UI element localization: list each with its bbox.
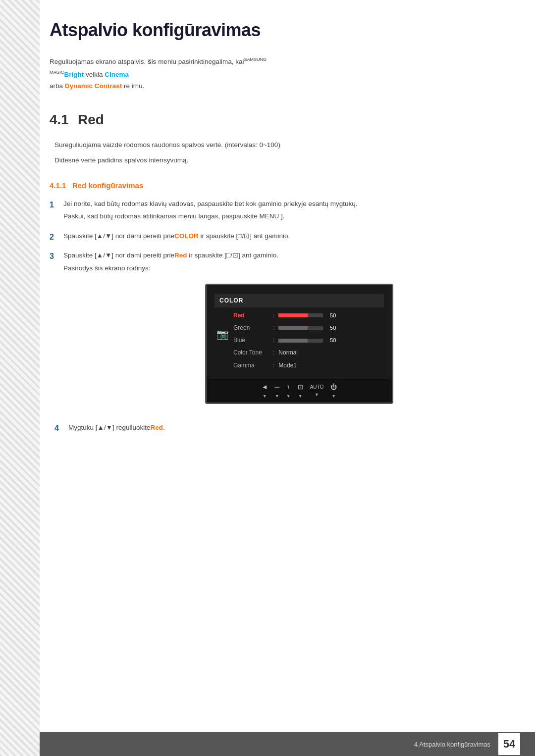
bottom-btn-label-auto: ▼: [315, 391, 319, 398]
intro-text4: re imu.: [122, 82, 144, 90]
section-heading: 4.1 Red: [50, 112, 505, 128]
menu-item-green: Green : 50: [228, 322, 384, 334]
bottom-btn-label-3: ▼: [286, 393, 291, 400]
step-4: 4 Mygtuku [▲/▼] reguliuokiteRed.: [50, 424, 505, 433]
gamma-colon: :: [273, 361, 274, 370]
section-body2: Didesnė vertė padidins spalvos intensyvu…: [54, 155, 505, 166]
intro-text: Reguliuojamas ekrano atspalvis. šis meni…: [50, 54, 505, 92]
step-3-number: 3: [50, 250, 57, 263]
blue-colon: :: [273, 336, 274, 345]
section-title: Red: [78, 112, 104, 128]
menu-item-blue: Blue : 50: [228, 334, 384, 347]
red-bar-container: 50: [278, 311, 336, 320]
section-number: 4.1: [50, 112, 69, 128]
bottom-btn-icon-1: ◄: [262, 382, 268, 393]
subsection-heading: 4.1.1 Red konfigūravimas: [50, 181, 505, 190]
step-2: 2 Spauskite [▲/▼] nor dami pereiti prieC…: [50, 231, 505, 244]
samsung-magic-label: SAMSUNG: [244, 57, 267, 62]
left-stripe: [0, 0, 40, 756]
step-1-text2: Paskui, kad būtų rodomas atitinkamas men…: [63, 211, 505, 222]
step-3-red: Red: [174, 252, 187, 259]
blue-bar-value: 50: [326, 336, 336, 345]
blue-bar-track: [278, 339, 323, 343]
bottom-btn-icon-2: ─: [275, 382, 279, 393]
bottom-btn-label-4: ▼: [298, 393, 303, 400]
bottom-btn-icon-power: ⏻: [330, 382, 337, 393]
bright-label: Bright: [64, 71, 84, 78]
footer-page-box: 54: [498, 733, 520, 755]
bottom-btn-label-power: ▼: [331, 393, 336, 400]
green-colon: :: [273, 323, 274, 333]
step-1-number: 1: [50, 199, 57, 211]
page-footer: 4 Atspalvio konfigūravimas 54: [0, 732, 535, 756]
monitor-menu: COLOR 📷 Red :: [207, 290, 392, 379]
menu-item-gamma: Gamma : Mode1: [228, 359, 384, 372]
page-wrapper: Atspalvio konfigūravimas Reguliuojamas e…: [0, 0, 535, 756]
footer-text: 4 Atspalvio konfigūravimas: [414, 741, 490, 748]
screen-container: COLOR 📷 Red :: [93, 284, 505, 404]
bottom-btn-2: ─ ▼: [275, 382, 279, 400]
color-tone-value: Normal: [278, 348, 298, 357]
footer-page-number: 54: [503, 738, 515, 751]
menu-title-bar: COLOR: [214, 294, 384, 307]
bottom-btn-icon-4: ⊡: [298, 382, 303, 393]
step-2-number: 2: [50, 231, 57, 244]
monitor-bottom-bar: ◄ ▼ ─ ▼ + ▼: [207, 379, 392, 403]
gamma-value: Mode1: [278, 361, 297, 370]
step-4-text: Mygtuku [▲/▼] reguliuokiteRed.: [68, 424, 505, 431]
red-colon: :: [273, 311, 274, 320]
bottom-btn-4: ⊡ ▼: [298, 382, 303, 400]
bottom-btn-label-1: ▼: [263, 393, 267, 400]
magic-label: MAGIC: [50, 70, 64, 75]
subsection: 4.1.1 Red konfigūravimas 1 Jei norite, k…: [50, 181, 505, 433]
page-title: Atspalvio konfigūravimas: [50, 20, 505, 41]
bottom-btn-3: + ▼: [286, 382, 291, 400]
step-4-red: Red: [151, 424, 163, 431]
menu-item-color-tone: Color Tone : Normal: [228, 347, 384, 359]
green-bar-value: 50: [326, 324, 336, 333]
red-label: Red: [233, 311, 273, 320]
bottom-btn-icon-auto: AUTO: [310, 383, 324, 391]
red-bar-fill: [278, 313, 308, 317]
gamma-label: Gamma: [233, 361, 273, 370]
step-2-text: Spauskite [▲/▼] nor dami pereiti prieCOL…: [63, 231, 505, 242]
step-2-content: Spauskite [▲/▼] nor dami pereiti prieCOL…: [63, 231, 505, 244]
section-body: Sureguliuojama vaizde rodomos raudonos s…: [50, 140, 505, 166]
step-4-number: 4: [54, 424, 62, 433]
bottom-btn-icon-3: +: [286, 382, 290, 393]
section-body1: Sureguliuojama vaizde rodomos raudonos s…: [54, 140, 505, 151]
step-2-color: COLOR: [174, 232, 199, 240]
green-bar-fill: [278, 326, 308, 330]
subsection-title: Red konfigūravimas: [72, 181, 143, 190]
step-4-content: Mygtuku [▲/▼] reguliuokiteRed.: [68, 424, 505, 433]
bottom-btn-auto: AUTO ▼: [310, 383, 324, 398]
blue-bar-fill: [278, 339, 308, 343]
step-3-subtext: Pasirodys šis ekrano rodinys:: [63, 263, 505, 274]
step-3-text: Spauskite [▲/▼] nor dami pereiti prieRed…: [63, 250, 505, 261]
intro-text2: veikia: [84, 71, 105, 78]
bottom-btn-power: ⏻ ▼: [330, 382, 337, 400]
content-area: Atspalvio konfigūravimas Reguliuojamas e…: [50, 0, 505, 732]
step-1-text1: Jei norite, kad būtų rodomas klavių vado…: [63, 199, 505, 209]
blue-label: Blue: [233, 336, 273, 345]
steps-list: 1 Jei norite, kad būtų rodomas klavių va…: [50, 199, 505, 414]
red-bar-track: [278, 313, 323, 317]
subsection-number: 4.1.1: [50, 181, 66, 190]
dynamic-contrast-label: Dynamic Contrast: [65, 82, 122, 90]
blue-bar-container: 50: [278, 336, 336, 345]
menu-items-wrapper: 📷 Red :: [214, 309, 384, 372]
cinema-label: Cinema: [105, 71, 129, 78]
red-bar-value: 50: [326, 311, 336, 320]
camera-icon: 📷: [216, 326, 229, 342]
green-bar-track: [278, 326, 323, 330]
step-1-content: Jei norite, kad būtų rodomas klavių vado…: [63, 199, 505, 224]
step-1: 1 Jei norite, kad būtų rodomas klavių va…: [50, 199, 505, 224]
color-tone-colon: :: [273, 348, 274, 357]
step-3-content: Spauskite [▲/▼] nor dami pereiti prieRed…: [63, 250, 505, 414]
bottom-btn-1: ◄ ▼: [262, 382, 268, 400]
step-3: 3 Spauskite [▲/▼] nor dami pereiti prieR…: [50, 250, 505, 414]
intro-text3: arba: [50, 82, 65, 90]
color-tone-label: Color Tone: [233, 348, 273, 357]
monitor-screen: COLOR 📷 Red :: [205, 284, 393, 404]
green-bar-container: 50: [278, 324, 336, 333]
